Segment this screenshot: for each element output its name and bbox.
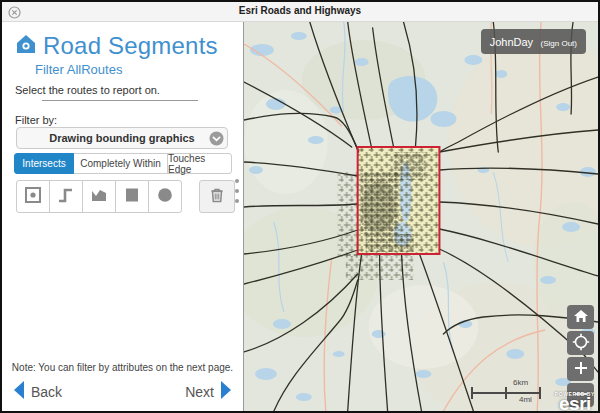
back-button[interactable]: Back [12,380,62,404]
next-label: Next [185,384,214,400]
next-button[interactable]: Next [185,380,233,404]
draw-tools-group [16,180,182,213]
circle-icon [156,186,174,208]
panel-description: Select the routes to report on. [15,84,160,96]
tab-intersects[interactable]: Intersects [14,153,74,174]
zoom-out-button[interactable] [567,383,594,407]
polygon-icon [90,186,108,208]
home-extent-button[interactable] [567,305,594,329]
panel-resize-handle[interactable] [234,176,240,206]
window-title: Esri Roads and Highways [2,5,598,16]
filter-panel: Road Segments Filter AllRoutes Select th… [2,22,243,411]
sign-out-link[interactable]: (Sign Out) [541,39,577,48]
draw-circle-button[interactable] [148,180,182,213]
rectangle-icon [123,186,141,208]
polyline-icon [57,186,75,208]
delete-graphics-button[interactable] [199,180,235,213]
zoom-in-button[interactable] [567,357,594,381]
home-icon [573,309,589,326]
map-controls [567,305,594,409]
user-name: JohnDay [490,36,533,48]
locate-button[interactable] [567,331,594,355]
chevron-right-icon [220,380,233,404]
draw-rectangle-button[interactable] [115,180,149,213]
filter-by-label: Filter by: [15,114,57,126]
app-window: Esri Roads and Highways Road Segments Fi… [0,0,600,413]
dropdown-selected-value: Drawing bounding graphics [49,132,194,144]
filter-method-dropdown[interactable]: Drawing bounding graphics [16,127,228,149]
user-badge[interactable]: JohnDay (Sign Out) [481,29,586,54]
map-canvas[interactable] [244,22,598,411]
back-label: Back [31,384,62,400]
trash-icon [208,186,226,208]
draw-polyline-button[interactable] [49,180,83,213]
map-container: JohnDay (Sign Out) 6km 4mi [243,22,598,411]
titlebar: Esri Roads and Highways [2,2,598,22]
point-icon [24,186,42,208]
panel-header: Road Segments [15,32,218,60]
tab-touches-edge[interactable]: Touches Edge [167,153,232,174]
home-house-icon [15,33,37,59]
divider [42,100,198,101]
chevron-left-icon [12,380,25,404]
spatial-relation-tabs: Intersects Completely Within Touches Edg… [14,153,232,174]
tab-completely-within[interactable]: Completely Within [73,153,168,174]
filter-allroutes-link[interactable]: Filter AllRoutes [35,62,122,77]
note-text: Note: You can filter by attributes on th… [2,362,243,373]
draw-point-button[interactable] [16,180,50,213]
plus-icon [574,361,588,378]
minus-icon [574,387,588,404]
page-title: Road Segments [43,32,218,60]
locate-icon [572,333,590,354]
chevron-down-icon[interactable] [209,131,224,146]
draw-polygon-button[interactable] [82,180,116,213]
